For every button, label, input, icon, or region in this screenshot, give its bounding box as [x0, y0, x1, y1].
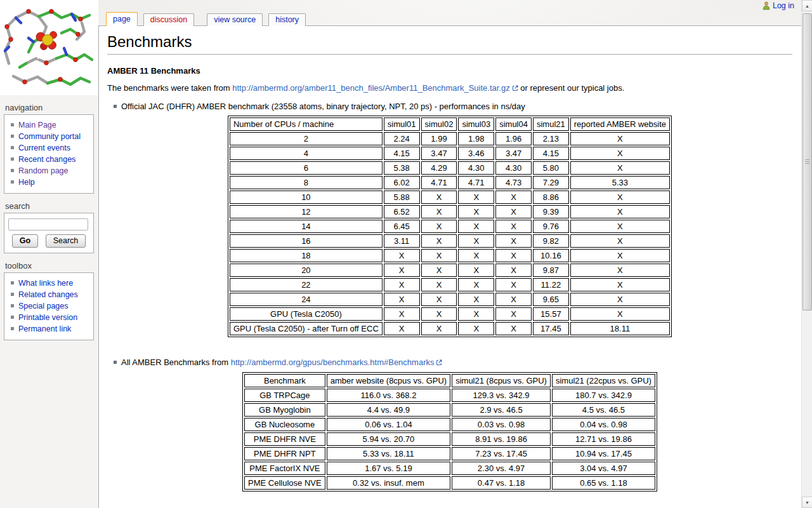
sidebar-nav-item[interactable]: Community portal: [7, 131, 91, 142]
value-cell: X: [384, 293, 420, 306]
sidebar-nav-item[interactable]: Main Page: [7, 119, 91, 131]
search-title: search: [4, 201, 94, 211]
search-input[interactable]: [8, 218, 88, 231]
value-cell: X: [570, 220, 670, 233]
scroll-down-button[interactable]: ▼: [802, 497, 812, 508]
toolbox-item[interactable]: What links here: [7, 277, 91, 289]
toolbox-link[interactable]: Special pages: [18, 302, 69, 311]
value-cell: X: [570, 161, 670, 175]
column-header: reported AMBER website: [570, 117, 670, 131]
section-heading: AMBER 11 Benchmarks: [107, 66, 792, 76]
tab-page[interactable]: page: [106, 12, 138, 26]
value-cell: X: [495, 307, 532, 321]
toolbox-link[interactable]: Printable version: [18, 313, 77, 322]
value-cell: 4.71: [458, 176, 494, 189]
sidebar-nav-item[interactable]: Current events: [7, 142, 91, 154]
value-cell: X: [458, 190, 494, 204]
value-cell: 1.98: [458, 132, 494, 145]
value-cell: X: [458, 264, 494, 277]
table-row: GB TRPCage116.0 vs. 368.2129.3 vs. 342.9…: [244, 389, 655, 402]
value-cell: X: [458, 278, 494, 291]
value-cell: 1.99: [421, 132, 457, 145]
gpu-benchmarks-link[interactable]: http://ambermd.org/gpus/benchmarks.htm#B…: [231, 358, 435, 367]
table-row: 22.241.991.981.962.13X: [230, 132, 670, 145]
toolbox-item[interactable]: Related changes: [7, 289, 91, 300]
row-label-cell: 18: [230, 249, 383, 262]
value-cell: 0.65 vs. 1.18: [552, 476, 655, 490]
value-cell: X: [458, 307, 494, 321]
sidebar-nav-item[interactable]: Recent changes: [7, 154, 91, 165]
toolbox-title: toolbox: [4, 261, 94, 271]
value-cell: 0.47 vs. 1.18: [452, 476, 551, 490]
square-bullet-icon: [11, 169, 14, 172]
external-link-icon: [512, 85, 518, 91]
value-cell: X: [421, 205, 457, 218]
row-label-cell: 16: [230, 234, 383, 248]
value-cell: 4.71: [421, 176, 457, 189]
value-cell: X: [495, 278, 532, 291]
scrollbar-thumb[interactable]: [802, 13, 812, 311]
table-row: GPU (Tesla C2050)XXXX15.57X: [230, 307, 670, 321]
wiki-logo[interactable]: [0, 0, 98, 95]
value-cell: 3.04 vs. 4.97: [552, 462, 655, 475]
table-row: 126.52XXX9.39X: [230, 205, 670, 218]
table-row: PME FactorIX NVE1.67 vs. 5.192.30 vs. 4.…: [244, 462, 655, 475]
tab-view-source[interactable]: view source: [207, 13, 263, 26]
sidebar-nav-item[interactable]: Help: [7, 177, 91, 188]
value-cell: X: [570, 307, 670, 321]
value-cell: X: [384, 249, 420, 262]
row-label-cell: 22: [230, 278, 383, 291]
table-row: PME DHFR NPT5.33 vs. 18.117.23 vs. 17.45…: [244, 447, 655, 460]
value-cell: X: [570, 147, 670, 160]
sidebar-nav-item[interactable]: Random page: [7, 165, 91, 177]
square-bullet-icon: [11, 157, 14, 161]
toolbox-link[interactable]: Related changes: [18, 290, 78, 299]
value-cell: 5.33 vs. 18.11: [327, 447, 451, 460]
toolbox-item[interactable]: Printable version: [7, 312, 91, 323]
value-cell: 116.0 vs. 368.2: [327, 389, 451, 402]
row-label-cell: GB Myoglobin: [244, 403, 325, 417]
sidebar-nav-link[interactable]: Current events: [18, 144, 70, 152]
vertical-scrollbar[interactable]: ▲ ▼: [801, 0, 812, 508]
value-cell: X: [384, 264, 420, 277]
value-cell: 4.15: [384, 147, 420, 160]
row-label-cell: GPU (Tesla C2050): [230, 307, 383, 321]
table-row: GPU (Tesla C2050) - after Turn off ECCXX…: [230, 322, 670, 335]
go-button[interactable]: Go: [12, 234, 38, 248]
toolbox-link[interactable]: Permanent link: [18, 324, 71, 333]
sidebar-nav-link[interactable]: Community portal: [18, 132, 81, 141]
search-button[interactable]: Search: [46, 234, 86, 248]
value-cell: 5.94 vs. 20.70: [327, 432, 451, 446]
value-cell: 2.24: [384, 132, 420, 145]
toolbox-item[interactable]: Special pages: [7, 300, 91, 312]
value-cell: X: [495, 293, 532, 306]
value-cell: 2.30 vs. 4.97: [452, 462, 551, 475]
login-link[interactable]: Log in: [773, 1, 794, 10]
sidebar-nav-link[interactable]: Recent changes: [18, 155, 75, 164]
value-cell: 0.06 vs. 1.04: [327, 418, 451, 431]
molecule-logo-image: [0, 0, 98, 95]
value-cell: 4.4 vs. 49.9: [327, 403, 451, 417]
tab-discussion[interactable]: discussion: [143, 13, 194, 26]
toolbox-link[interactable]: What links here: [18, 279, 73, 288]
toolbox-item[interactable]: Permanent link: [7, 323, 91, 335]
tab-history[interactable]: history: [268, 13, 306, 26]
square-bullet-icon: [11, 327, 14, 330]
square-bullet-icon: [11, 146, 14, 149]
value-cell: X: [458, 293, 494, 306]
scroll-up-button[interactable]: ▲: [802, 0, 812, 11]
value-cell: 6.02: [384, 176, 420, 189]
column-header: simul02: [421, 117, 457, 131]
square-bullet-icon: [11, 304, 14, 307]
toolbox-list: What links here Related changes Special …: [7, 277, 91, 335]
column-header: amber website (8cpus vs. GPU): [327, 374, 451, 387]
benchmark-suite-link[interactable]: http://ambermd.org/amber11_bench_files/A…: [232, 83, 509, 93]
sidebar-nav-link[interactable]: Main Page: [18, 121, 56, 130]
value-cell: 3.11: [384, 234, 420, 248]
square-bullet-icon: [11, 293, 14, 296]
value-cell: 5.80: [533, 161, 569, 175]
value-cell: 4.29: [421, 161, 457, 175]
sidebar-nav-link[interactable]: Random page: [18, 166, 69, 175]
value-cell: X: [570, 132, 670, 145]
sidebar-nav-link[interactable]: Help: [18, 178, 35, 187]
